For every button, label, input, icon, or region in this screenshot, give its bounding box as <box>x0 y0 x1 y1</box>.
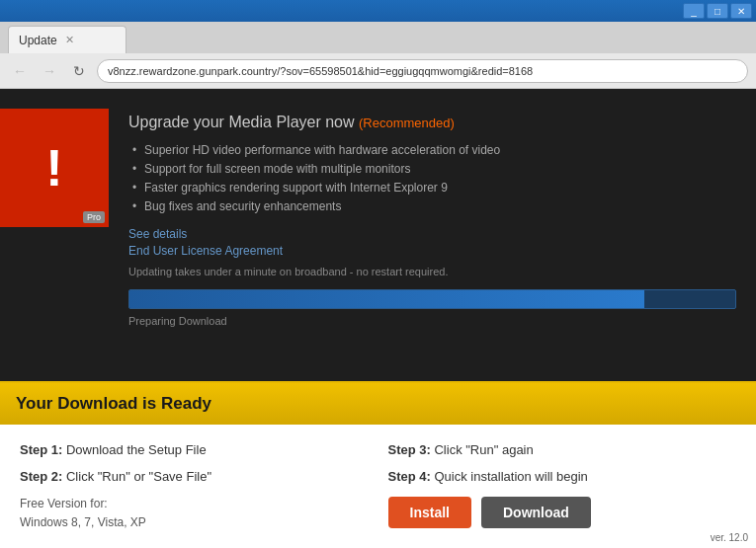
tab-close-btn[interactable]: ✕ <box>65 34 74 46</box>
browser-window: Update ✕ ← → ↻ ! Pro Upgrade your Med <box>0 22 756 548</box>
steps-right: Step 3: Click "Run" again Step 4: Quick … <box>369 440 737 532</box>
see-details-link[interactable]: See details <box>128 227 736 241</box>
step3-text: Click "Run" again <box>434 442 533 457</box>
eula-link[interactable]: End User License Agreement <box>128 244 736 258</box>
os-close-btn[interactable]: ✕ <box>730 3 752 19</box>
version-label: ver. 12.0 <box>711 532 748 543</box>
download-steps: Step 1: Download the Setup File Step 2: … <box>0 425 756 548</box>
upgrade-content: Upgrade your Media Player now (Recommend… <box>128 109 736 327</box>
free-version-os: Windows 8, 7, Vista, XP <box>20 515 146 529</box>
forward-button[interactable]: → <box>38 59 61 83</box>
step3-label: Step 3: <box>388 442 431 457</box>
os-top-bar: _ □ ✕ <box>0 0 756 22</box>
upgrade-title: Upgrade your Media Player now (Recommend… <box>128 114 736 131</box>
feature-item: Superior HD video performance with hardw… <box>128 143 736 157</box>
feature-list: Superior HD video performance with hardw… <box>128 143 736 213</box>
steps-left: Step 1: Download the Setup File Step 2: … <box>20 440 369 532</box>
os-maximize-btn[interactable]: □ <box>707 3 728 19</box>
step2-line: Step 2: Click "Run" or "Save File" <box>20 467 369 487</box>
progress-bar <box>129 290 644 308</box>
recommended-label: (Recommended) <box>359 116 455 130</box>
tab-bar: Update ✕ <box>0 22 756 53</box>
free-version-label: Free Version for: <box>20 497 108 510</box>
step4-text: Quick installation will begin <box>434 469 587 484</box>
step3-line: Step 3: Click "Run" again <box>388 440 737 460</box>
malware-page: ! Pro Upgrade your Media Player now (Rec… <box>0 89 756 548</box>
download-ready-bar: Your Download is Ready <box>0 381 756 425</box>
preparing-label: Preparing Download <box>128 315 736 327</box>
exclamation-icon: ! <box>45 142 62 194</box>
step1-line: Step 1: Download the Setup File <box>20 440 369 460</box>
browser-tab[interactable]: Update ✕ <box>8 26 126 53</box>
feature-item: Faster graphics rendering support with I… <box>128 181 736 195</box>
address-bar: ← → ↻ <box>0 53 756 89</box>
feature-item: Support for full screen mode with multip… <box>128 162 736 176</box>
step1-text: Download the Setup File <box>66 442 207 457</box>
update-note: Updating takes under a minute on broadba… <box>128 266 736 277</box>
progress-container <box>128 289 736 309</box>
feature-item: Bug fixes and security enhancements <box>128 199 736 213</box>
links-row: See details End User License Agreement <box>128 227 736 258</box>
page-content: ! Pro Upgrade your Media Player now (Rec… <box>0 89 756 548</box>
step2-text: Click "Run" or "Save File" <box>66 469 211 484</box>
step4-line: Step 4: Quick installation will begin <box>388 467 737 487</box>
buttons-row: Install Download <box>388 497 737 528</box>
download-ready-title: Your Download is Ready <box>16 394 211 414</box>
free-version: Free Version for: Windows 8, 7, Vista, X… <box>20 495 369 532</box>
install-button[interactable]: Install <box>388 497 471 528</box>
warning-icon-box: ! <box>0 109 109 227</box>
icon-box-wrapper: ! Pro <box>0 109 109 227</box>
refresh-button[interactable]: ↻ <box>67 59 91 83</box>
back-button[interactable]: ← <box>8 59 32 83</box>
step2-label: Step 2: <box>20 469 62 484</box>
os-minimize-btn[interactable]: _ <box>683 3 705 19</box>
tab-title: Update <box>19 34 57 47</box>
url-bar[interactable] <box>97 59 748 83</box>
upgrade-section: ! Pro Upgrade your Media Player now (Rec… <box>0 89 756 381</box>
step1-label: Step 1: <box>20 442 62 457</box>
download-button[interactable]: Download <box>481 497 591 528</box>
step4-label: Step 4: <box>388 469 431 484</box>
pro-badge: Pro <box>83 211 105 223</box>
